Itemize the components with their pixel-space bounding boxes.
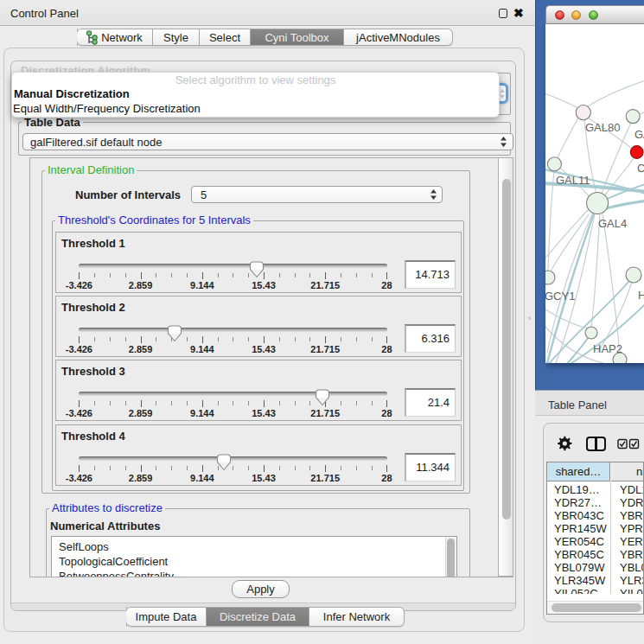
svg-text:GAL4: GAL4 [598, 217, 627, 230]
svg-text:HIS: HIS [638, 289, 644, 302]
svg-text:GCY1: GCY1 [545, 290, 575, 303]
svg-text:GAL: GAL [634, 128, 644, 141]
svg-text:CD: CD [637, 162, 644, 175]
svg-text:GAL80: GAL80 [585, 121, 620, 134]
svg-text:GAL11: GAL11 [556, 174, 590, 187]
svg-text:HAP2: HAP2 [593, 342, 622, 355]
